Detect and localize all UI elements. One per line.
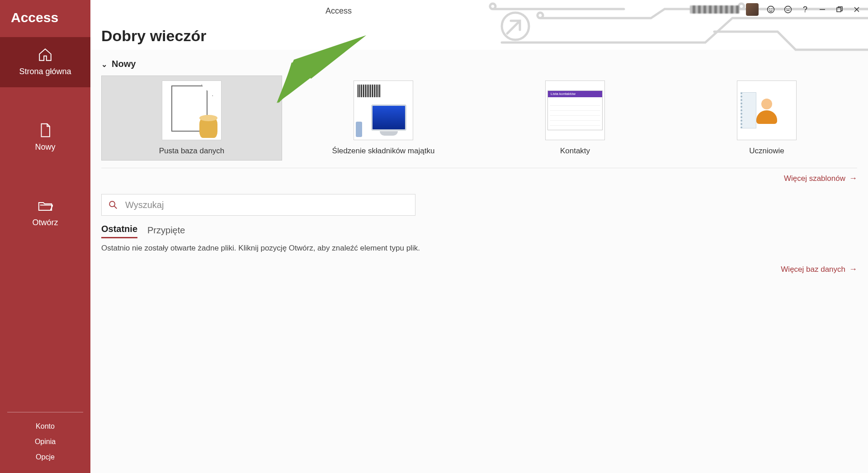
svg-point-15 — [109, 201, 115, 207]
template-thumb — [162, 80, 222, 140]
sidebar-item-home[interactable]: Strona główna — [0, 37, 90, 87]
search-box[interactable] — [101, 194, 415, 216]
template-label: Śledzenie składników majątku — [332, 147, 435, 156]
close-button[interactable] — [849, 3, 864, 16]
sidebar-item-label: Otwórz — [32, 218, 58, 227]
tab-pinned[interactable]: Przypięte — [147, 225, 185, 238]
template-gallery: Pusta baza danych Śledzenie składników m… — [101, 76, 857, 163]
more-templates-label: Więcej szablonów — [784, 174, 845, 183]
home-icon — [38, 47, 53, 62]
template-label: Pusta baza danych — [159, 147, 225, 156]
section-new-label: Nowy — [112, 59, 136, 69]
template-thumb — [737, 80, 797, 140]
template-thumb — [354, 80, 413, 140]
greeting-heading: Dobry wieczór — [101, 27, 206, 45]
sidebar-link-feedback[interactable]: Opinia — [7, 434, 83, 449]
template-label: Kontakty — [560, 147, 590, 156]
template-thumb: Lista kontaktów — [545, 80, 605, 140]
minimize-button[interactable] — [815, 3, 830, 16]
face-smile-icon[interactable] — [763, 3, 778, 16]
svg-point-3 — [772, 9, 773, 9]
template-students[interactable]: Uczniowie — [676, 76, 857, 161]
sidebar-link-options[interactable]: Opcje — [7, 449, 83, 465]
new-file-icon — [38, 123, 53, 138]
more-templates-link[interactable]: Więcej szablonów → — [784, 174, 857, 183]
sidebar-divider — [7, 412, 83, 412]
sidebar: Access Strona główna Nowy Otwórz Konto O… — [0, 0, 90, 473]
avatar[interactable] — [746, 3, 759, 16]
template-blank-database[interactable]: Pusta baza danych — [101, 76, 282, 161]
templates-divider — [101, 168, 857, 168]
sidebar-item-new[interactable]: Nowy — [0, 113, 90, 163]
svg-point-1 — [768, 6, 774, 13]
contacts-thumb-title: Lista kontaktów — [548, 91, 602, 97]
svg-point-6 — [789, 9, 790, 9]
help-button[interactable]: ? — [797, 3, 813, 16]
arrow-right-icon: → — [849, 174, 857, 183]
search-icon — [108, 200, 118, 210]
sidebar-bottom: Konto Opinia Opcje — [0, 412, 90, 473]
recent-empty-message: Ostatnio nie zostały otwarte żadne pliki… — [101, 244, 857, 253]
topbar: Access ? Dobry wieczór — [90, 0, 868, 50]
svg-point-2 — [769, 9, 770, 9]
svg-line-16 — [114, 206, 117, 209]
section-new-header[interactable]: ⌄ Nowy — [101, 59, 857, 69]
sidebar-item-open[interactable]: Otwórz — [0, 188, 90, 238]
sidebar-item-label: Strona główna — [19, 67, 71, 76]
arrow-right-icon: → — [849, 265, 857, 274]
face-sad-icon[interactable] — [780, 3, 796, 16]
sidebar-nav: Strona główna Nowy Otwórz — [0, 37, 90, 238]
search-input[interactable] — [124, 199, 409, 211]
more-databases-label: Więcej baz danych — [781, 265, 845, 274]
sidebar-link-account[interactable]: Konto — [7, 419, 83, 434]
recent-tabs: Ostatnie Przypięte — [101, 224, 857, 238]
titlebar-controls: ? — [690, 3, 864, 16]
maximize-button[interactable] — [832, 3, 847, 16]
tab-recent[interactable]: Ostatnie — [101, 224, 137, 238]
svg-point-5 — [787, 9, 788, 9]
app-title: Access — [326, 6, 352, 16]
template-contacts[interactable]: Lista kontaktów Kontakty — [485, 76, 665, 161]
template-asset-tracking[interactable]: Śledzenie składników majątku — [293, 76, 474, 161]
app-logo: Access — [0, 0, 90, 37]
svg-rect-8 — [837, 8, 841, 12]
sidebar-item-label: Nowy — [35, 142, 55, 151]
content: ⌄ Nowy Pusta baza danych — [90, 50, 868, 473]
svg-point-4 — [785, 6, 792, 13]
chevron-down-icon: ⌄ — [101, 60, 107, 69]
more-databases-link[interactable]: Więcej baz danych → — [781, 265, 857, 274]
template-label: Uczniowie — [749, 147, 784, 156]
folder-open-icon — [38, 198, 53, 213]
account-name-redacted — [690, 5, 740, 14]
main: Access ? Dobry wieczór — [90, 0, 868, 473]
